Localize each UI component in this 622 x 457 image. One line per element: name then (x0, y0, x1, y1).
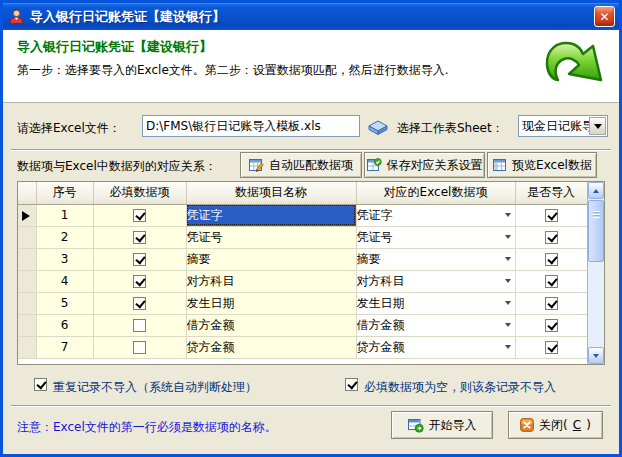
required-checkbox[interactable] (133, 231, 146, 244)
row-selector[interactable] (18, 248, 36, 270)
cell-required[interactable] (93, 248, 186, 270)
skip-empty-required-label: 必填数据项为空，则该条记录不导入 (364, 379, 556, 396)
cell-field-name[interactable]: 贷方金额 (186, 336, 356, 358)
cell-required[interactable] (93, 270, 186, 292)
close-label-pre: 关闭( (539, 417, 568, 434)
required-checkbox[interactable] (133, 209, 146, 222)
cell-import[interactable] (515, 270, 587, 292)
cell-required[interactable] (93, 204, 186, 226)
close-x-icon (520, 418, 534, 432)
scrollbar-thumb[interactable] (588, 200, 604, 262)
cell-index: 2 (36, 226, 93, 248)
skip-duplicates-checkbox[interactable] (34, 378, 47, 391)
separator (11, 405, 611, 407)
required-checkbox[interactable] (133, 341, 146, 354)
auto-match-button[interactable]: 自动匹配数据项 (240, 152, 362, 178)
cell-excel-field[interactable]: 借方金额 (356, 314, 515, 336)
file-label: 请选择Excel文件： (17, 120, 121, 137)
cell-index: 4 (36, 270, 93, 292)
row-selector[interactable] (18, 314, 36, 336)
skip-empty-required-checkbox[interactable] (345, 378, 358, 391)
import-checkbox[interactable] (545, 209, 558, 222)
cell-field-name[interactable]: 摘要 (186, 248, 356, 270)
table-preview-icon (492, 158, 507, 172)
required-checkbox[interactable] (133, 253, 146, 266)
save-mapping-button[interactable]: 保存对应关系设置 (364, 152, 485, 178)
scroll-down-icon[interactable] (588, 347, 604, 364)
cell-index: 6 (36, 314, 93, 336)
dropdown-arrow-icon[interactable] (505, 301, 511, 305)
start-import-button[interactable]: 开始导入 (391, 411, 493, 439)
green-arrow-icon (543, 35, 607, 97)
cell-excel-field[interactable]: 对方科目 (356, 270, 515, 292)
separator (11, 149, 611, 151)
col-import: 是否导入 (515, 182, 587, 204)
required-checkbox[interactable] (133, 319, 146, 332)
cell-import[interactable] (515, 204, 587, 226)
dropdown-arrow-icon[interactable] (505, 213, 511, 217)
cell-field-name[interactable]: 凭证字 (186, 204, 356, 226)
mapping-label: 数据项与Excel中数据列的对应关系： (17, 158, 217, 175)
close-label-key: C (573, 418, 581, 432)
sheet-select[interactable]: 现金日记账导 (518, 115, 608, 137)
cell-import[interactable] (515, 226, 587, 248)
table-row: 4对方科目对方科目 (18, 270, 587, 292)
close-icon[interactable]: ✕ (594, 6, 615, 27)
grid-body: 1凭证字凭证字2凭证号凭证号3摘要摘要4对方科目对方科目5发生日期发生日期6借方… (18, 204, 587, 358)
cell-import[interactable] (515, 336, 587, 358)
close-button[interactable]: 关闭(C) (508, 411, 603, 439)
cell-required[interactable] (93, 226, 186, 248)
file-path-input[interactable] (142, 115, 360, 137)
dropdown-arrow-icon[interactable] (505, 323, 511, 327)
dropdown-arrow-icon[interactable] (505, 257, 511, 261)
import-checkbox[interactable] (545, 341, 558, 354)
import-checkbox[interactable] (545, 297, 558, 310)
cell-field-name[interactable]: 凭证号 (186, 226, 356, 248)
cell-required[interactable] (93, 336, 186, 358)
sheet-label: 选择工作表Sheet： (397, 120, 504, 137)
required-checkbox[interactable] (133, 275, 146, 288)
cell-field-name[interactable]: 对方科目 (186, 270, 356, 292)
page-title: 导入银行日记账凭证【建设银行】 (17, 38, 212, 56)
col-field-name: 数据项目名称 (186, 182, 356, 204)
required-checkbox[interactable] (133, 297, 146, 310)
cell-import[interactable] (515, 314, 587, 336)
dropdown-arrow-icon[interactable] (505, 235, 511, 239)
browse-book-icon[interactable] (366, 118, 390, 135)
cell-import[interactable] (515, 292, 587, 314)
dropdown-arrow-icon[interactable] (505, 279, 511, 283)
cell-excel-field[interactable]: 摘要 (356, 248, 515, 270)
row-selector[interactable] (18, 292, 36, 314)
table-row: 7贷方金额贷方金额 (18, 336, 587, 358)
current-row-arrow-icon (22, 211, 30, 221)
cell-excel-field[interactable]: 凭证字 (356, 204, 515, 226)
step-instructions: 第一步：选择要导入的Excle文件。第二步：设置数据项匹配，然后进行数据导入. (17, 62, 449, 79)
col-index: 序号 (36, 182, 93, 204)
dropdown-arrow-icon[interactable] (505, 345, 511, 349)
import-checkbox[interactable] (545, 319, 558, 332)
col-selector (18, 182, 36, 204)
row-selector[interactable] (18, 270, 36, 292)
vertical-scrollbar[interactable] (587, 182, 604, 364)
cell-field-name[interactable]: 发生日期 (186, 292, 356, 314)
cell-excel-field[interactable]: 贷方金额 (356, 336, 515, 358)
cell-field-name[interactable]: 借方金额 (186, 314, 356, 336)
import-checkbox[interactable] (545, 275, 558, 288)
row-selector[interactable] (18, 226, 36, 248)
import-checkbox[interactable] (545, 253, 558, 266)
chevron-down-icon[interactable] (589, 117, 606, 135)
preview-excel-button[interactable]: 预览Excel数据 (487, 152, 597, 178)
cell-excel-field[interactable]: 凭证号 (356, 226, 515, 248)
cell-required[interactable] (93, 292, 186, 314)
cell-required[interactable] (93, 314, 186, 336)
col-excel-field: 对应的Excel数据项 (356, 182, 515, 204)
cell-excel-field[interactable]: 发生日期 (356, 292, 515, 314)
user-icon (8, 8, 25, 25)
import-checkbox[interactable] (545, 231, 558, 244)
footer-note: 注意：Excel文件的第一行必须是数据项的名称。 (17, 419, 277, 436)
cell-import[interactable] (515, 248, 587, 270)
scroll-up-icon[interactable] (588, 182, 604, 199)
row-selector[interactable] (18, 204, 36, 226)
row-selector[interactable] (18, 336, 36, 358)
skip-duplicates-label: 重复记录不导入（系统自动判断处理） (53, 379, 257, 396)
